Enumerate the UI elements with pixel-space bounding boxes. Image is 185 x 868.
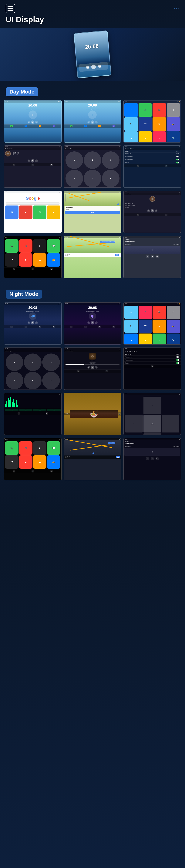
cp-bottom-2[interactable]: 🎵 xyxy=(31,268,34,270)
app-icon-7[interactable]: 🗺 xyxy=(153,117,166,131)
cp-app1[interactable]: ☁ xyxy=(33,253,47,267)
prev-icon-2[interactable]: ⏮ xyxy=(87,121,90,123)
day-bluetooth-settings[interactable]: 17:28⊞ Bluetooth_Settings ✕ CarBT CarBT … xyxy=(123,145,181,188)
nav-go-btn[interactable]: GO xyxy=(115,254,119,256)
night-settings-bottom[interactable]: ⚙ xyxy=(151,365,154,367)
cp-phone[interactable]: 📞 xyxy=(5,239,19,253)
day-bluetooth-music[interactable]: 10:03⊞ Bluetooth_Music ✕ Music Title Mus… xyxy=(4,145,62,188)
night-bt-settings[interactable]: 17:28⊞ Device name CarBT Device pin0000 … xyxy=(123,347,181,390)
night-nav-prev[interactable]: ⏮ xyxy=(146,457,149,460)
night-purple-bottom-4[interactable]: ⚙ xyxy=(112,326,115,328)
cp-bottom-1[interactable]: 📞 xyxy=(13,268,15,270)
night-bottom-4[interactable]: ⚙ xyxy=(53,326,55,328)
night-auto-answer-toggle[interactable] xyxy=(176,356,179,358)
night-screen-home2[interactable]: 20:08▶ ⊞ 20:08 Lossless quality of sound… xyxy=(63,302,122,345)
day-nav-directions[interactable]: 18:00⊞ Start on Douglas Road 18:19 ETA N… xyxy=(123,236,181,278)
app-icon-6[interactable]: BT xyxy=(138,117,152,131)
power-toggle[interactable] xyxy=(176,162,179,163)
settings-bottom-2[interactable]: 🎵 xyxy=(165,165,167,167)
bt-play[interactable]: ⏸ xyxy=(31,159,34,162)
social-prev[interactable]: ⏮ xyxy=(147,210,150,212)
next-icon-2[interactable]: ⏭ xyxy=(95,121,98,123)
nav-down[interactable]: ↓ xyxy=(143,433,161,435)
night-setting-auto-answer[interactable]: Auto answer xyxy=(124,355,181,359)
night-app-2[interactable]: 🎵 xyxy=(138,306,152,319)
night-play-2[interactable]: ⏸ xyxy=(91,321,94,324)
dial-3[interactable]: 3 xyxy=(102,151,120,169)
bottom-icon-1[interactable]: 📞 xyxy=(10,125,12,127)
day-screen-apps[interactable]: 17:8⊞ 📶 ✈ 🎵 🎬 ⚙ 📞 BT 🗺 📻 ☁ ★ ♫ 📡 📞 🎵 🗺 ⚙ xyxy=(123,100,181,143)
night-power-toggle[interactable] xyxy=(176,362,179,364)
app-icon-5[interactable]: 📞 xyxy=(125,117,138,131)
app-icon-3[interactable]: 🎬 xyxy=(153,103,166,117)
night-apps-screen[interactable]: 17:28⊞ 📶 ✈ 🎵 🎬 ⚙ 📞 BT 🗺 📻 ☁ ★ ♫ 📡 📞 🎵 🗺 … xyxy=(123,302,181,345)
night-app-10[interactable]: ★ xyxy=(138,334,152,345)
bottom-nav-2[interactable]: 🎵 xyxy=(84,125,87,127)
prev-icon[interactable]: ⏮ xyxy=(28,121,30,123)
night-app-9[interactable]: ☁ xyxy=(125,334,138,345)
day-bluetooth-call[interactable]: 10:03⊞ Bluetooth_Call ✕ 1 2 3 4 5 6 7 8 … xyxy=(63,145,122,188)
night-dial-1[interactable]: 1 xyxy=(6,353,23,371)
dots-menu[interactable]: ··· xyxy=(174,5,179,11)
night-play-1[interactable]: ⏸ xyxy=(31,321,34,324)
google-icon-1[interactable]: 📧 xyxy=(5,206,19,219)
cam-bottom-1[interactable]: 📷 xyxy=(118,413,121,415)
nav-up[interactable]: ↑ xyxy=(143,397,161,414)
nav-play-btn[interactable]: ▶ xyxy=(151,255,154,258)
google-icon-3[interactable]: 🗺 xyxy=(33,206,47,219)
bt-bottom-2[interactable]: 🎵 xyxy=(31,164,34,166)
app-icon-10[interactable]: ★ xyxy=(138,131,152,143)
app-icon-2[interactable]: 🎵 xyxy=(138,103,152,117)
nav-ok[interactable]: OK xyxy=(143,415,161,433)
night-camera-screen[interactable]: 18:33⊞ 🍜 📷 xyxy=(63,393,122,435)
cp-messages[interactable]: 💬 xyxy=(47,239,60,253)
bottom-nav-3[interactable]: 🗺 xyxy=(98,125,101,127)
google-icon-4[interactable]: ★ xyxy=(47,206,60,219)
setting-power[interactable]: Power xyxy=(124,161,181,164)
night-prev-2[interactable]: ⏮ xyxy=(87,321,90,324)
eq-bottom-1[interactable]: 🎵 xyxy=(18,412,20,414)
night-go-btn[interactable]: GO xyxy=(116,456,120,458)
nav-left[interactable]: ← xyxy=(125,415,143,433)
app-icon-1[interactable]: ✈ xyxy=(125,103,138,117)
night-music-prev[interactable]: ⏮ xyxy=(87,366,90,369)
bottom-icon-2[interactable]: 🎵 xyxy=(25,125,27,127)
night-prev-1[interactable]: ⏮ xyxy=(28,321,30,324)
day-map-screen[interactable]: 18:00⊞ 18:19 ETA 9.0 mi GO xyxy=(63,191,122,233)
night-purple-bottom-3[interactable]: 🗺 xyxy=(98,326,101,328)
night-cp-youtube[interactable]: ▶ xyxy=(19,455,32,469)
night-app-8[interactable]: 📻 xyxy=(167,319,180,333)
dial-2[interactable]: 2 xyxy=(84,151,101,169)
nav-next-btn[interactable]: ⏭ xyxy=(156,255,159,258)
setting-auto-answer[interactable]: Auto answer xyxy=(124,155,181,158)
night-dial-6[interactable]: 6 xyxy=(42,372,60,389)
night-screen-home1[interactable]: 20:08▶ ⊞ 20:08 Lossless quality of sound… xyxy=(4,302,62,345)
dial-5[interactable]: 5 xyxy=(84,170,101,187)
play-button[interactable]: ⏸ xyxy=(91,64,96,69)
night-music-next[interactable]: ⏭ xyxy=(95,366,98,369)
social-play[interactable]: ⏭ xyxy=(151,209,154,213)
night-nav-directions[interactable]: 18:00⊞ Start on Douglas Road 18:19 ETA N… xyxy=(123,438,181,480)
go-button[interactable]: GO xyxy=(65,211,120,214)
app-icon-4[interactable]: ⚙ xyxy=(167,103,180,117)
eq-btn-3[interactable]: TREB xyxy=(33,409,47,411)
night-bt-call[interactable]: 17:48⊞ Bluetooth_Call ✕ 1 2 3 4 5 6 7 8 … xyxy=(4,347,62,390)
night-app-6[interactable]: BT xyxy=(138,319,152,333)
night-purple-bottom-1[interactable]: 📞 xyxy=(70,326,73,328)
settings-bottom-1[interactable]: 📞 xyxy=(137,165,139,167)
night-next-2[interactable]: ⏭ xyxy=(95,321,98,324)
night-bottom-2[interactable]: 🎵 xyxy=(25,326,27,328)
night-app-11[interactable]: ♫ xyxy=(153,334,166,345)
next-button[interactable]: ▶▶ xyxy=(98,65,101,68)
night-cp-bottom-1[interactable]: 📞 xyxy=(13,470,15,472)
night-bottom-3[interactable]: 🗺 xyxy=(39,326,41,328)
night-bottom-1[interactable]: 📞 xyxy=(10,326,12,328)
social-bottom-2[interactable]: 🎵 xyxy=(165,214,167,216)
night-cp-music[interactable]: 🎵 xyxy=(19,441,32,455)
bottom-nav-4[interactable]: ⚙ xyxy=(112,125,115,127)
bt-bottom-3[interactable]: 🗺 xyxy=(50,164,53,166)
play-icon-2[interactable]: ⏸ xyxy=(91,121,94,124)
app-icon-8[interactable]: 📻 xyxy=(167,117,180,131)
night-cp-maps[interactable]: 🗺 xyxy=(5,455,19,469)
night-nav-play[interactable]: ▶ xyxy=(151,457,154,460)
